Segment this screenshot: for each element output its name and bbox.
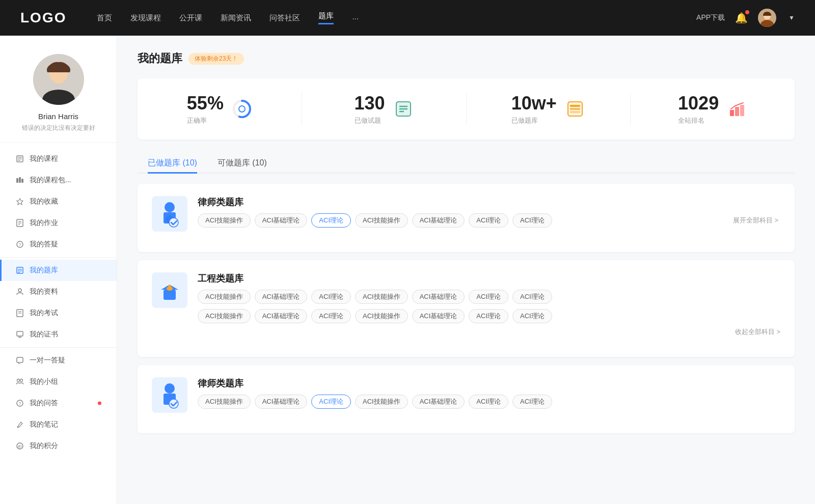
expand-link-1[interactable]: 展开全部科目 >: [733, 216, 780, 225]
menu-item-bank[interactable]: 我的题库: [0, 260, 117, 281]
course-icon: [15, 154, 24, 163]
notification-dot: [745, 10, 749, 14]
svg-point-59: [165, 383, 175, 394]
svg-point-52: [165, 202, 175, 212]
stats-row: 55% 正确率 130 已做试题: [138, 78, 795, 139]
tag-3-3[interactable]: ACI技能操作: [355, 395, 408, 409]
nav-home[interactable]: 首页: [97, 13, 112, 23]
tag-2b-6[interactable]: ACI理论: [512, 309, 552, 323]
homework-icon: [15, 218, 24, 228]
tag-2b-4[interactable]: ACI基础理论: [412, 309, 465, 323]
menu-item-notes[interactable]: 我的笔记: [0, 414, 117, 435]
navbar-right: APP下载 🔔 ▼: [696, 9, 795, 27]
svg-point-30: [20, 379, 23, 382]
menu-item-certificate[interactable]: 我的证书: [0, 324, 117, 345]
points-icon: 积: [15, 441, 24, 451]
svg-text:积: 积: [18, 444, 22, 449]
menu-item-course[interactable]: 我的课程: [0, 148, 117, 170]
tag-1-5[interactable]: ACI理论: [469, 213, 508, 228]
qa-notification-dot: [98, 402, 101, 405]
bank-card-engineer: 工程类题库 ACI技能操作 ACI基础理论 ACI理论 ACI技能操作 ACI基…: [138, 260, 795, 357]
menu-item-tutor[interactable]: 一对一答疑: [0, 350, 117, 371]
menu-label: 我的课程: [30, 154, 58, 163]
bank-card-header-2: 工程类题库 ACI技能操作 ACI基础理论 ACI理论 ACI技能操作 ACI基…: [152, 272, 780, 337]
tag-2-0[interactable]: ACI技能操作: [198, 290, 251, 304]
menu-item-profile[interactable]: 我的资料: [0, 281, 117, 302]
tag-2b-0[interactable]: ACI技能操作: [198, 309, 251, 323]
svg-point-24: [18, 289, 21, 292]
tab-done-banks[interactable]: 已做题库 (10): [138, 154, 207, 173]
svg-text:?: ?: [18, 401, 21, 406]
svg-rect-46: [570, 105, 580, 107]
tag-2b-3[interactable]: ACI技能操作: [355, 309, 408, 323]
app-download-label[interactable]: APP下载: [696, 13, 725, 22]
tag-2-6[interactable]: ACI理论: [512, 290, 552, 304]
nav-news[interactable]: 新闻资讯: [221, 13, 251, 23]
done-banks-icon: [565, 99, 585, 119]
svg-point-55: [169, 218, 178, 227]
avatar: [33, 54, 84, 105]
course-pack-icon: [15, 176, 24, 185]
tag-3-1[interactable]: ACI基础理论: [255, 395, 308, 409]
logo[interactable]: LOGO: [20, 10, 66, 26]
stat-done-banks-label: 已做题库: [511, 116, 557, 125]
bank-card-content-2: 工程类题库 ACI技能操作 ACI基础理论 ACI理论 ACI技能操作 ACI基…: [198, 272, 780, 337]
menu-item-my-qa[interactable]: ? 我的问答: [0, 393, 117, 414]
user-avatar-nav[interactable]: [758, 9, 776, 27]
tag-2b-1[interactable]: ACI基础理论: [255, 309, 308, 323]
notification-bell[interactable]: 🔔: [735, 12, 748, 24]
tag-1-4[interactable]: ACI基础理论: [412, 213, 465, 228]
group-icon: [15, 377, 24, 386]
tag-2-4[interactable]: ACI基础理论: [412, 290, 465, 304]
nav-bank[interactable]: 题库: [318, 11, 334, 24]
tag-3-6[interactable]: ACI理论: [512, 395, 552, 409]
menu-item-homework[interactable]: 我的作业: [0, 212, 117, 234]
tag-2-3[interactable]: ACI技能操作: [355, 290, 408, 304]
menu-item-points[interactable]: 积 我的积分: [0, 435, 117, 457]
user-menu-chevron[interactable]: ▼: [789, 14, 795, 21]
nav-open-course[interactable]: 公开课: [179, 13, 202, 23]
stat-accuracy-value: 55%: [187, 93, 224, 114]
menu-item-group[interactable]: 我的小组: [0, 371, 117, 393]
bank-icon: [15, 266, 24, 275]
menu-item-questions[interactable]: ? 我的答疑: [0, 234, 117, 255]
stat-done-questions-label: 已做试题: [355, 116, 385, 125]
tag-2-2[interactable]: ACI理论: [311, 290, 351, 304]
menu-item-favorites[interactable]: 我的收藏: [0, 191, 117, 212]
tag-1-2[interactable]: ACI理论: [311, 213, 351, 228]
tag-2b-2[interactable]: ACI理论: [311, 309, 351, 323]
tag-2-1[interactable]: ACI基础理论: [255, 290, 308, 304]
navbar-nav: 首页 发现课程 公开课 新闻资讯 问答社区 题库 ···: [97, 11, 696, 24]
engineer-bank-icon: [152, 272, 187, 308]
tag-1-1[interactable]: ACI基础理论: [255, 213, 308, 228]
questions-icon: ?: [15, 240, 24, 249]
exam-icon: [15, 309, 24, 318]
svg-point-38: [239, 106, 245, 112]
tag-2b-5[interactable]: ACI理论: [469, 309, 508, 323]
stat-done-questions: 130 已做试题: [302, 93, 467, 125]
my-qa-icon: ?: [15, 399, 24, 408]
bank-card-lawyer-1: 律师类题库 ACI技能操作 ACI基础理论 ACI理论 ACI技能操作 ACI基…: [138, 184, 795, 252]
nav-more[interactable]: ···: [352, 14, 359, 22]
favorites-icon: [15, 197, 24, 206]
tag-1-3[interactable]: ACI技能操作: [355, 213, 408, 228]
tag-3-5[interactable]: ACI理论: [469, 395, 508, 409]
tag-3-2[interactable]: ACI理论: [311, 395, 351, 409]
sidebar-menu: 我的课程 我的课程包... 我的收藏 我的作业: [0, 143, 117, 462]
menu-item-exam[interactable]: 我的考试: [0, 302, 117, 324]
tag-1-0[interactable]: ACI技能操作: [198, 213, 251, 228]
stat-accuracy-label: 正确率: [187, 116, 224, 125]
tab-available-banks[interactable]: 可做题库 (10): [207, 154, 277, 173]
svg-rect-58: [168, 285, 171, 288]
bank-card-header: 律师类题库 ACI技能操作 ACI基础理论 ACI理论 ACI技能操作 ACI基…: [152, 196, 780, 232]
nav-qa[interactable]: 问答社区: [269, 13, 300, 23]
tag-2-5[interactable]: ACI理论: [469, 290, 508, 304]
collapse-link[interactable]: 收起全部科目 >: [198, 327, 780, 337]
navbar: LOGO 首页 发现课程 公开课 新闻资讯 问答社区 题库 ··· APP下载 …: [0, 0, 815, 36]
tag-3-4[interactable]: ACI基础理论: [412, 395, 465, 409]
menu-item-course-pack[interactable]: 我的课程包...: [0, 170, 117, 191]
page-title-row: 我的题库 体验剩余23天！: [138, 51, 795, 66]
tag-1-6[interactable]: ACI理论: [512, 213, 552, 228]
nav-discover[interactable]: 发现课程: [130, 13, 161, 23]
tag-3-0[interactable]: ACI技能操作: [198, 395, 251, 409]
